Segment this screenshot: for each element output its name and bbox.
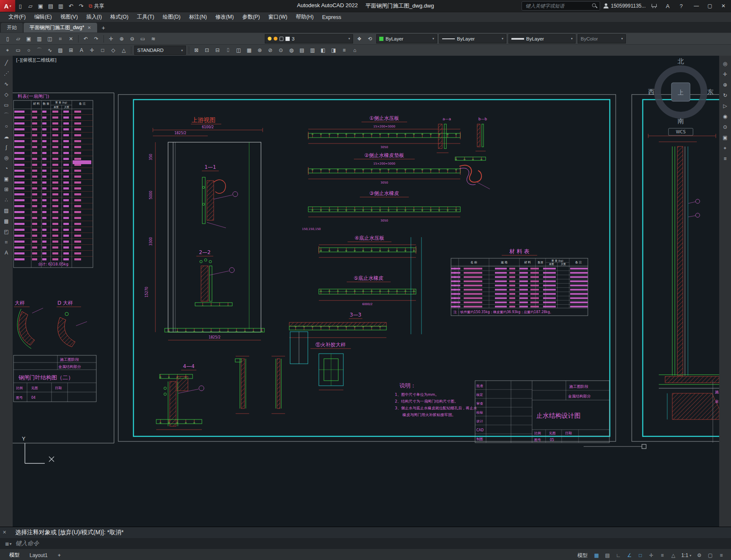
arc-tool-icon[interactable]: ⌒ [1,110,12,121]
account-menu[interactable]: 15059991135... [603,3,646,9]
erase-icon[interactable]: ✕ [66,34,76,43]
viewports-icon[interactable]: ◫ [234,46,244,55]
block-tool-icon[interactable]: ⊞ [66,46,76,55]
search-box[interactable] [522,1,600,11]
compass-east-label[interactable]: 东 [707,88,714,96]
explode-icon[interactable]: ◧ [318,46,328,55]
menu-view[interactable]: 视图(V) [56,13,82,22]
menu-help[interactable]: 帮助(H) [291,13,318,22]
properties-icon[interactable]: ⌷ [223,46,233,55]
pan-icon[interactable]: ✛ [106,34,116,43]
search-input[interactable] [524,3,590,9]
redo-icon[interactable]: ↷ [76,1,86,11]
polar-tracking-icon[interactable]: ∠ [624,551,634,560]
wcs-button[interactable]: WCS [676,130,685,134]
object-snap-tracking-icon[interactable]: ✛ [646,551,656,560]
autodesk-app-icon[interactable]: A [663,1,673,11]
app-logo-button[interactable]: A▾ [0,0,15,12]
new-file-icon[interactable]: ▯ [15,1,25,11]
menu-modify[interactable]: 修改(M) [211,13,238,22]
insert-block-icon[interactable]: ▣ [1,173,12,184]
copy-tool-icon[interactable]: □ [98,46,108,55]
grid-icon[interactable]: ▦ [591,551,601,560]
new-layout-button[interactable]: + [53,550,66,560]
rectangle-tool-icon[interactable]: ▭ [13,46,23,55]
circle-tool-icon[interactable]: ○ [24,46,34,55]
help-icon[interactable]: ? [676,1,686,11]
text-style-combo[interactable]: STANDARD ▾ [134,46,186,55]
save-icon[interactable]: ▣ [24,34,34,43]
view-compass[interactable]: 上 北 南 西 东 WCS [648,57,714,135]
polyline-tool-icon[interactable]: ∿ [1,78,12,89]
hatch-tool-icon[interactable]: ▨ [1,205,12,216]
copy-clip-icon[interactable]: ⊡ [202,46,212,55]
menu-dimension[interactable]: 标注(N) [185,13,211,22]
home-view-icon[interactable]: ⌂ [350,46,360,55]
create-block-icon[interactable]: ⊞ [1,184,12,195]
menu-file[interactable]: 文件(F) [4,13,30,22]
array-icon[interactable]: ▤ [297,46,307,55]
close-button[interactable]: ✕ [717,0,730,12]
viewport-controls-label[interactable]: [-][俯视][二维线框] [16,57,57,63]
command-prompt-text[interactable]: 键入命令 [15,540,39,547]
layer-combo[interactable]: 3 ▾ [265,34,353,43]
nav-wheel-icon[interactable]: ◎ [720,58,731,69]
ortho-icon[interactable]: ∟ [613,551,623,560]
fillet-icon[interactable]: ◍ [286,46,296,55]
command-customize-icon[interactable]: ▦▾ [5,541,12,546]
menu-insert[interactable]: 插入(I) [82,13,106,22]
revcloud-tool-icon[interactable]: ☁ [1,131,12,142]
snap-icon[interactable]: ▤ [602,551,612,560]
zoom-extents-icon[interactable]: ⊙ [720,122,731,132]
menu-parametric[interactable]: 参数(P) [238,13,264,22]
move-tool-icon[interactable]: ✛ [87,46,97,55]
compass-north-label[interactable]: 北 [678,57,684,65]
extend-icon[interactable]: ⊙ [276,46,286,55]
make-object-layer-current-icon[interactable]: ❖ [354,34,364,43]
center-view-icon[interactable]: ⌖ [720,143,731,153]
plot-icon[interactable]: ▥ [34,34,44,43]
app-store-cart-icon[interactable] [649,1,659,11]
linetype-combo[interactable]: ByLayer ▾ [439,34,506,43]
plotstyle-combo[interactable]: ByColor ▾ [578,34,626,43]
osnap-settings-icon[interactable]: ⊛ [255,46,265,55]
trim-icon[interactable]: ⊘ [265,46,275,55]
viewcube-top-label[interactable]: 上 [678,89,684,96]
undo-icon[interactable]: ↶ [66,1,76,11]
undo-icon[interactable]: ↶ [81,34,91,43]
annotation-scale-button[interactable]: 1:1 ▾ [679,552,694,558]
open-file-icon[interactable]: ▱ [25,1,35,11]
hatch-tool-icon[interactable]: ▨ [55,46,65,55]
zoom-out-icon[interactable]: ⊖ [127,34,137,43]
menu-tools[interactable]: 工具(T) [133,13,158,22]
tab-document[interactable]: 平面钢闸门施工图_dwg* ✕ [24,23,97,32]
polygon-tool-icon[interactable]: ◇ [1,89,12,100]
line-tool-icon[interactable]: ╱ [1,57,12,68]
preview-icon[interactable]: ◫ [45,34,55,43]
gradient-tool-icon[interactable]: ▩ [1,216,12,226]
color-combo[interactable]: ByLayer ▾ [376,34,437,43]
offset-icon[interactable]: ▥ [307,46,318,55]
zoom-in-icon[interactable]: ⊕ [117,34,127,43]
workspace-gear-icon[interactable]: ⚙ [694,551,704,560]
minimize-button[interactable]: — [690,0,703,12]
plot-icon[interactable]: ▥ [56,1,66,11]
object-snap-icon[interactable]: □ [635,551,645,560]
mtext-tool-icon[interactable]: A [1,247,12,258]
zoom-window-icon[interactable]: ▭ [138,34,148,43]
menu-draw[interactable]: 绘图(D) [158,13,185,22]
menu-window[interactable]: 窗口(W) [264,13,291,22]
clean-screen-icon[interactable]: ▢ [705,551,715,560]
cut-clip-icon[interactable]: ⊟ [212,46,223,55]
pan-hand-icon[interactable]: ✛ [720,69,731,79]
layer-previous-icon[interactable]: ⟲ [365,34,375,43]
new-icon[interactable]: ▯ [3,34,13,43]
model-viewport[interactable]: [-][俯视][二维线框] 上 北 南 西 东 W [13,56,719,527]
circle-tool-icon[interactable]: ○ [1,121,12,131]
table-tool-icon[interactable]: ⌗ [1,237,12,247]
arc-tool-icon[interactable]: ⌒ [34,46,44,55]
paste-icon[interactable]: ⊠ [191,46,201,55]
search-icon[interactable] [592,3,597,8]
region-tool-icon[interactable]: ◰ [1,226,12,237]
dim-style-icon[interactable]: ⌖ [3,46,13,55]
